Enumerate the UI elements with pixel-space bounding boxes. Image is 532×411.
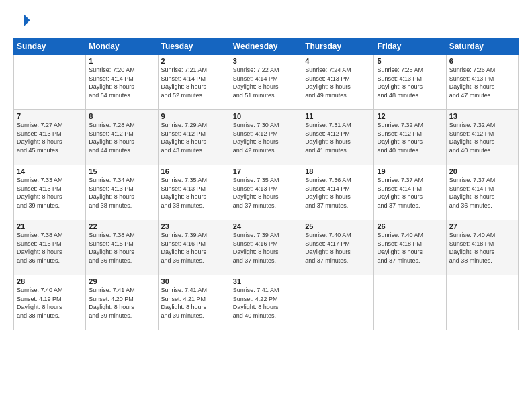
day-info: Sunrise: 7:30 AM Sunset: 4:12 PM Dayligh… bbox=[233, 121, 299, 154]
day-number: 15 bbox=[89, 167, 154, 175]
day-info: Sunrise: 7:39 AM Sunset: 4:16 PM Dayligh… bbox=[233, 231, 299, 265]
day-number: 27 bbox=[449, 222, 515, 230]
day-cell: 15Sunrise: 7:34 AM Sunset: 4:13 PM Dayli… bbox=[86, 165, 158, 220]
day-info: Sunrise: 7:29 AM Sunset: 4:12 PM Dayligh… bbox=[161, 121, 227, 154]
day-info: Sunrise: 7:35 AM Sunset: 4:13 PM Dayligh… bbox=[233, 176, 299, 210]
day-info: Sunrise: 7:35 AM Sunset: 4:13 PM Dayligh… bbox=[161, 176, 227, 210]
day-cell: 5Sunrise: 7:25 AM Sunset: 4:13 PM Daylig… bbox=[374, 55, 446, 110]
day-info: Sunrise: 7:33 AM Sunset: 4:13 PM Dayligh… bbox=[17, 176, 83, 210]
day-number: 14 bbox=[17, 167, 83, 175]
day-cell: 10Sunrise: 7:30 AM Sunset: 4:12 PM Dayli… bbox=[230, 110, 302, 165]
day-cell bbox=[302, 275, 374, 330]
day-cell: 4Sunrise: 7:24 AM Sunset: 4:13 PM Daylig… bbox=[302, 55, 374, 110]
day-info: Sunrise: 7:36 AM Sunset: 4:14 PM Dayligh… bbox=[305, 176, 371, 210]
day-cell: 8Sunrise: 7:28 AM Sunset: 4:12 PM Daylig… bbox=[86, 110, 158, 165]
day-cell: 27Sunrise: 7:40 AM Sunset: 4:18 PM Dayli… bbox=[446, 220, 518, 275]
day-info: Sunrise: 7:32 AM Sunset: 4:12 PM Dayligh… bbox=[449, 121, 515, 154]
day-cell: 21Sunrise: 7:38 AM Sunset: 4:15 PM Dayli… bbox=[14, 220, 86, 275]
day-info: Sunrise: 7:20 AM Sunset: 4:14 PM Dayligh… bbox=[89, 66, 154, 99]
day-info: Sunrise: 7:37 AM Sunset: 4:14 PM Dayligh… bbox=[449, 176, 515, 210]
day-number: 8 bbox=[89, 112, 154, 120]
day-number: 13 bbox=[449, 112, 515, 120]
day-cell: 9Sunrise: 7:29 AM Sunset: 4:12 PM Daylig… bbox=[158, 110, 230, 165]
day-info: Sunrise: 7:40 AM Sunset: 4:18 PM Dayligh… bbox=[449, 231, 515, 265]
day-number: 11 bbox=[305, 112, 371, 120]
day-cell: 2Sunrise: 7:21 AM Sunset: 4:14 PM Daylig… bbox=[158, 55, 230, 110]
day-number: 30 bbox=[161, 277, 227, 285]
day-cell: 23Sunrise: 7:39 AM Sunset: 4:16 PM Dayli… bbox=[158, 220, 230, 275]
col-header-monday: Monday bbox=[86, 38, 158, 55]
day-cell: 13Sunrise: 7:32 AM Sunset: 4:12 PM Dayli… bbox=[446, 110, 518, 165]
day-number: 7 bbox=[17, 112, 83, 120]
day-cell bbox=[14, 55, 86, 110]
day-number: 3 bbox=[233, 57, 299, 65]
day-cell: 17Sunrise: 7:35 AM Sunset: 4:13 PM Dayli… bbox=[230, 165, 302, 220]
day-number: 19 bbox=[377, 167, 443, 175]
day-cell: 28Sunrise: 7:40 AM Sunset: 4:19 PM Dayli… bbox=[14, 275, 86, 330]
day-number: 24 bbox=[233, 222, 299, 230]
day-cell: 30Sunrise: 7:41 AM Sunset: 4:21 PM Dayli… bbox=[158, 275, 230, 330]
day-info: Sunrise: 7:22 AM Sunset: 4:14 PM Dayligh… bbox=[233, 66, 299, 99]
week-row-5: 28Sunrise: 7:40 AM Sunset: 4:19 PM Dayli… bbox=[14, 275, 519, 330]
day-cell: 24Sunrise: 7:39 AM Sunset: 4:16 PM Dayli… bbox=[230, 220, 302, 275]
day-info: Sunrise: 7:40 AM Sunset: 4:17 PM Dayligh… bbox=[305, 231, 371, 265]
day-number: 25 bbox=[305, 222, 371, 230]
day-info: Sunrise: 7:38 AM Sunset: 4:15 PM Dayligh… bbox=[89, 231, 154, 265]
day-info: Sunrise: 7:27 AM Sunset: 4:13 PM Dayligh… bbox=[17, 121, 83, 154]
day-info: Sunrise: 7:34 AM Sunset: 4:13 PM Dayligh… bbox=[89, 176, 154, 210]
day-cell: 16Sunrise: 7:35 AM Sunset: 4:13 PM Dayli… bbox=[158, 165, 230, 220]
col-header-thursday: Thursday bbox=[302, 38, 374, 55]
day-cell: 25Sunrise: 7:40 AM Sunset: 4:17 PM Dayli… bbox=[302, 220, 374, 275]
day-info: Sunrise: 7:24 AM Sunset: 4:13 PM Dayligh… bbox=[305, 66, 371, 99]
day-number: 12 bbox=[377, 112, 443, 120]
day-cell: 26Sunrise: 7:40 AM Sunset: 4:18 PM Dayli… bbox=[374, 220, 446, 275]
day-cell bbox=[446, 275, 518, 330]
day-number: 2 bbox=[161, 57, 227, 65]
day-cell: 7Sunrise: 7:27 AM Sunset: 4:13 PM Daylig… bbox=[14, 110, 86, 165]
day-cell: 3Sunrise: 7:22 AM Sunset: 4:14 PM Daylig… bbox=[230, 55, 302, 110]
day-info: Sunrise: 7:41 AM Sunset: 4:20 PM Dayligh… bbox=[89, 286, 154, 320]
day-info: Sunrise: 7:25 AM Sunset: 4:13 PM Dayligh… bbox=[377, 66, 443, 99]
calendar-table: SundayMondayTuesdayWednesdayThursdayFrid… bbox=[13, 38, 519, 330]
day-info: Sunrise: 7:40 AM Sunset: 4:18 PM Dayligh… bbox=[377, 231, 443, 265]
day-number: 16 bbox=[161, 167, 227, 175]
day-cell: 31Sunrise: 7:41 AM Sunset: 4:22 PM Dayli… bbox=[230, 275, 302, 330]
day-number: 22 bbox=[89, 222, 154, 230]
week-row-2: 7Sunrise: 7:27 AM Sunset: 4:13 PM Daylig… bbox=[14, 110, 519, 165]
day-cell: 19Sunrise: 7:37 AM Sunset: 4:14 PM Dayli… bbox=[374, 165, 446, 220]
col-header-saturday: Saturday bbox=[446, 38, 518, 55]
day-number: 6 bbox=[449, 57, 515, 65]
day-number: 29 bbox=[89, 277, 154, 285]
day-info: Sunrise: 7:41 AM Sunset: 4:21 PM Dayligh… bbox=[161, 286, 227, 320]
col-header-friday: Friday bbox=[374, 38, 446, 55]
day-info: Sunrise: 7:31 AM Sunset: 4:12 PM Dayligh… bbox=[305, 121, 371, 154]
day-number: 4 bbox=[305, 57, 371, 65]
svg-marker-0 bbox=[24, 15, 30, 27]
week-row-1: 1Sunrise: 7:20 AM Sunset: 4:14 PM Daylig… bbox=[14, 55, 519, 110]
day-cell: 11Sunrise: 7:31 AM Sunset: 4:12 PM Dayli… bbox=[302, 110, 374, 165]
day-number: 1 bbox=[89, 57, 154, 65]
day-cell: 12Sunrise: 7:32 AM Sunset: 4:12 PM Dayli… bbox=[374, 110, 446, 165]
day-info: Sunrise: 7:26 AM Sunset: 4:13 PM Dayligh… bbox=[449, 66, 515, 99]
day-cell: 1Sunrise: 7:20 AM Sunset: 4:14 PM Daylig… bbox=[86, 55, 158, 110]
logo bbox=[13, 12, 35, 31]
day-number: 18 bbox=[305, 167, 371, 175]
day-number: 10 bbox=[233, 112, 299, 120]
day-info: Sunrise: 7:37 AM Sunset: 4:14 PM Dayligh… bbox=[377, 176, 443, 210]
day-cell: 20Sunrise: 7:37 AM Sunset: 4:14 PM Dayli… bbox=[446, 165, 518, 220]
day-number: 5 bbox=[377, 57, 443, 65]
day-number: 20 bbox=[449, 167, 515, 175]
day-number: 26 bbox=[377, 222, 443, 230]
day-info: Sunrise: 7:21 AM Sunset: 4:14 PM Dayligh… bbox=[161, 66, 227, 99]
day-cell: 22Sunrise: 7:38 AM Sunset: 4:15 PM Dayli… bbox=[86, 220, 158, 275]
header-row: SundayMondayTuesdayWednesdayThursdayFrid… bbox=[14, 38, 519, 55]
logo-icon bbox=[13, 12, 32, 31]
day-cell: 18Sunrise: 7:36 AM Sunset: 4:14 PM Dayli… bbox=[302, 165, 374, 220]
day-number: 9 bbox=[161, 112, 227, 120]
day-number: 28 bbox=[17, 277, 83, 285]
day-info: Sunrise: 7:32 AM Sunset: 4:12 PM Dayligh… bbox=[377, 121, 443, 154]
day-number: 31 bbox=[233, 277, 299, 285]
day-number: 23 bbox=[161, 222, 227, 230]
day-number: 17 bbox=[233, 167, 299, 175]
week-row-4: 21Sunrise: 7:38 AM Sunset: 4:15 PM Dayli… bbox=[14, 220, 519, 275]
